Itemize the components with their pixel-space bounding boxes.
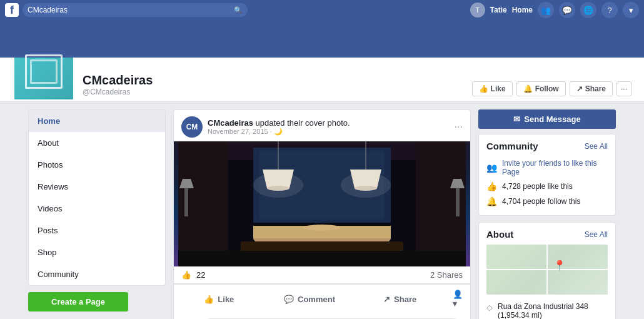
profile-actions: 👍 Like 🔔 Follow ↗ Share ··· bbox=[472, 81, 644, 101]
facebook-logo: f bbox=[5, 3, 19, 17]
profile-section: CMcadeiras @CMcadeiras 👍 Like 🔔 Follow ↗… bbox=[0, 58, 644, 102]
invite-link[interactable]: Invite your friends to like this Page bbox=[502, 159, 608, 176]
map-background: 📍 bbox=[486, 245, 608, 295]
moon-icon: 🌙 bbox=[274, 128, 283, 135]
like-page-button[interactable]: 👍 Like bbox=[472, 81, 513, 96]
globe-icon[interactable]: 🌐 bbox=[580, 2, 596, 18]
share-button[interactable]: ↗ Share bbox=[570, 81, 613, 96]
sidebar-item-shop[interactable]: Shop bbox=[29, 241, 165, 263]
share-button-1[interactable]: ↗ Share bbox=[355, 285, 445, 313]
messenger-icon[interactable]: 💬 bbox=[559, 2, 575, 18]
about-title: About bbox=[486, 229, 513, 240]
dropdown-icon[interactable]: ▾ bbox=[623, 2, 639, 18]
likes-item: 👍 4,728 people like this bbox=[486, 179, 608, 194]
see-all-about[interactable]: See All bbox=[585, 230, 608, 239]
post-reactions-1: 👍 22 2 Shares bbox=[174, 266, 470, 284]
like-button-1[interactable]: 👍 Like bbox=[174, 285, 264, 313]
post-options-1[interactable]: ··· bbox=[455, 121, 463, 133]
main-content: Home About Photos Reviews Videos Posts S… bbox=[16, 102, 628, 319]
post-image-1 bbox=[174, 141, 470, 266]
community-title: Community bbox=[486, 141, 538, 151]
home-nav-link[interactable]: Home bbox=[512, 6, 533, 14]
comment-icon-1: 💬 bbox=[284, 295, 294, 304]
comment-area-1: T Write a comment... 🙂 📷 bbox=[174, 313, 470, 319]
address-text: Rua da Zona Industrial 348 (1,954.34 mi)… bbox=[498, 302, 608, 319]
center-feed: CM CMcadeiras updated their cover photo.… bbox=[173, 109, 471, 319]
bell-icon: 🔔 bbox=[523, 84, 533, 93]
shares-count-1: 2 Shares bbox=[430, 270, 463, 280]
svg-point-13 bbox=[355, 186, 377, 191]
sidebar-item-posts[interactable]: Posts bbox=[29, 220, 165, 241]
follows-item: 🔔 4,704 people follow this bbox=[486, 194, 608, 209]
avatar: T bbox=[470, 3, 485, 18]
user-name: Tatie bbox=[490, 6, 507, 14]
send-message-button[interactable]: ✉ Send Message bbox=[478, 109, 616, 129]
svg-rect-18 bbox=[178, 251, 466, 266]
sidebar-nav: Home About Photos Reviews Videos Posts S… bbox=[28, 109, 166, 286]
community-card: Community See All 👥 Invite your friends … bbox=[478, 134, 616, 216]
top-navigation: f 🔍 T Tatie Home 👥 💬 🌐 ? ▾ bbox=[0, 0, 644, 20]
profile-share-icon[interactable]: 👤▾ bbox=[445, 285, 470, 313]
comment-button-1[interactable]: 💬 Comment bbox=[264, 285, 355, 313]
post-author-1: CMcadeiras updated their cover photo. bbox=[208, 118, 455, 128]
friends-icon[interactable]: 👥 bbox=[538, 2, 554, 18]
nav-right: T Tatie Home 👥 💬 🌐 ? ▾ bbox=[470, 2, 639, 18]
profile-pic-inner bbox=[14, 41, 73, 99]
page-name: CMcadeiras bbox=[83, 73, 465, 88]
follows-count: 4,704 people follow this bbox=[502, 197, 580, 206]
post-avatar-1: CM bbox=[181, 116, 203, 138]
likes-icon: 👍 bbox=[486, 181, 497, 191]
thumbsup-icon: 👍 bbox=[479, 84, 488, 93]
post-card-1: CM CMcadeiras updated their cover photo.… bbox=[173, 109, 471, 319]
post-time-1: November 27, 2015 · 🌙 bbox=[208, 128, 455, 136]
cover-photo bbox=[0, 20, 644, 58]
search-input[interactable] bbox=[28, 6, 231, 14]
invite-item: 👥 Invite your friends to like this Page bbox=[486, 156, 608, 179]
user-share-icon: 👤▾ bbox=[453, 290, 463, 308]
post-meta-1: CMcadeiras updated their cover photo. No… bbox=[208, 118, 455, 136]
help-icon[interactable]: ? bbox=[601, 2, 618, 18]
invite-icon: 👥 bbox=[486, 163, 497, 173]
more-options-button[interactable]: ··· bbox=[616, 81, 631, 96]
post-actions-1: 👍 Like 💬 Comment ↗ Share 👤▾ bbox=[174, 284, 470, 313]
reaction-emoji: 👍 bbox=[181, 270, 191, 280]
svg-marker-12 bbox=[350, 170, 381, 188]
sidebar-item-photos[interactable]: Photos bbox=[29, 154, 165, 176]
post-header-1: CM CMcadeiras updated their cover photo.… bbox=[174, 110, 470, 141]
profile-info: CMcadeiras @CMcadeiras bbox=[83, 73, 465, 101]
search-bar[interactable]: 🔍 bbox=[23, 3, 248, 17]
sidebar-item-community[interactable]: Community bbox=[29, 263, 165, 285]
create-page-button[interactable]: Create a Page bbox=[28, 292, 128, 311]
location-icon: ◇ bbox=[486, 303, 493, 312]
follow-button[interactable]: 🔔 Follow bbox=[516, 81, 566, 96]
page-handle: @CMcadeiras bbox=[83, 88, 465, 96]
message-icon: ✉ bbox=[513, 114, 520, 124]
like-icon-1: 👍 bbox=[204, 295, 214, 304]
search-icon: 🔍 bbox=[234, 6, 243, 14]
profile-pic-graphic bbox=[22, 48, 66, 92]
likes-count: 4,728 people like this bbox=[502, 182, 573, 191]
svg-marker-9 bbox=[263, 170, 294, 188]
share-icon-1: ↗ bbox=[383, 295, 390, 304]
share-icon: ↗ bbox=[576, 84, 583, 93]
map-placeholder: 📍 bbox=[486, 245, 608, 295]
community-card-header: Community See All bbox=[486, 141, 608, 151]
left-sidebar: Home About Photos Reviews Videos Posts S… bbox=[28, 109, 166, 319]
about-card-header: About See All bbox=[486, 229, 608, 240]
map-road-vertical bbox=[546, 245, 548, 295]
sidebar-item-home[interactable]: Home bbox=[29, 110, 165, 132]
page-wrapper: CMcadeiras @CMcadeiras 👍 Like 🔔 Follow ↗… bbox=[0, 20, 644, 319]
address-item: ◇ Rua da Zona Industrial 348 (1,954.34 m… bbox=[486, 300, 608, 319]
follows-icon: 🔔 bbox=[486, 196, 497, 206]
see-all-community[interactable]: See All bbox=[585, 142, 608, 151]
svg-point-10 bbox=[267, 186, 289, 191]
about-card: About See All 📍 ◇ Rua da Zona Industrial… bbox=[478, 222, 616, 319]
sidebar-item-reviews[interactable]: Reviews bbox=[29, 176, 165, 198]
map-pin: 📍 bbox=[553, 260, 566, 271]
svg-point-16 bbox=[303, 225, 341, 231]
sidebar-item-about[interactable]: About bbox=[29, 132, 165, 154]
right-sidebar: ✉ Send Message Community See All 👥 Invit… bbox=[478, 109, 616, 319]
sidebar-item-videos[interactable]: Videos bbox=[29, 198, 165, 220]
reaction-count-1: 22 bbox=[196, 270, 205, 280]
